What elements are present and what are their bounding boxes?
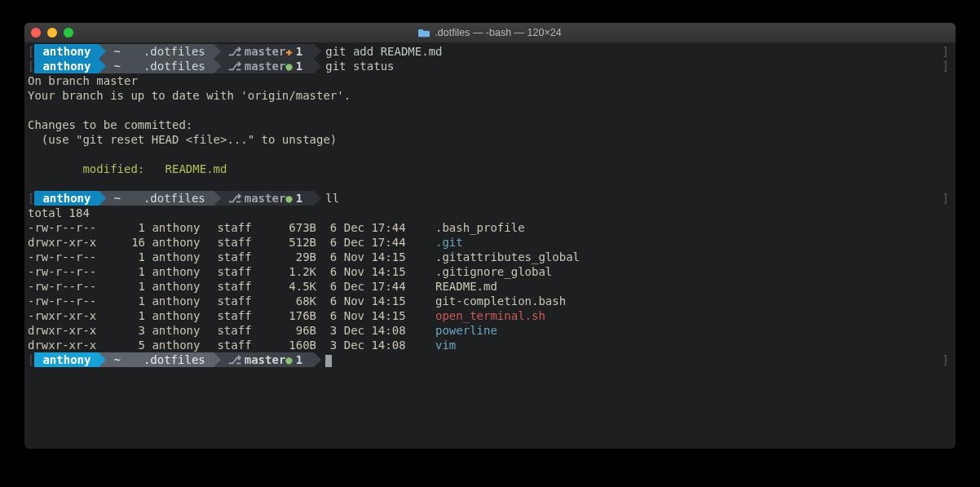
- list-item: -rwxr-xr-x 1 anthony staff 176B 6 Nov 14…: [24, 308, 956, 323]
- zoom-icon[interactable]: [64, 28, 73, 38]
- bracket-icon: ]: [942, 352, 956, 367]
- command-text: git status: [314, 59, 394, 73]
- output-line: On branch master: [24, 73, 956, 88]
- list-item: -rw-r--r-- 1 anthony staff 673B 6 Dec 17…: [24, 220, 956, 235]
- cursor-icon: [325, 355, 332, 367]
- prompt-user: anthony: [34, 59, 99, 73]
- bracket-icon: ]: [942, 191, 956, 206]
- output-line: (use "git reset HEAD <file>..." to unsta…: [24, 132, 956, 147]
- prompt-user: anthony: [34, 44, 99, 59]
- prompt-branch: ⎇master ●1: [214, 191, 314, 206]
- prompt-line: [ anthony ~ .dotfiles ⎇master ✚1 git add…: [24, 44, 956, 59]
- list-item: -rw-r--r-- 1 anthony staff 4.5K 6 Dec 17…: [24, 279, 956, 294]
- file-name: .git: [430, 235, 463, 250]
- prompt-user: anthony: [34, 352, 99, 367]
- file-name: .bash_profile: [430, 220, 525, 235]
- list-item: drwxr-xr-x 16 anthony staff 512B 6 Dec 1…: [24, 235, 956, 250]
- traffic-lights: [31, 28, 73, 38]
- terminal-window: .dotfiles — -bash — 120×24 [ anthony ~ .…: [24, 23, 956, 449]
- bracket-icon: ]: [942, 44, 956, 59]
- list-item: -rw-r--r-- 1 anthony staff 1.2K 6 Nov 14…: [24, 264, 956, 279]
- prompt-dir: .dotfiles: [129, 352, 214, 367]
- prompt-dir: .dotfiles: [129, 59, 214, 73]
- file-name: powerline: [430, 323, 497, 338]
- bracket-icon: [: [24, 59, 34, 73]
- prompt-line: [ anthony ~ .dotfiles ⎇master ●1 ll ]: [24, 191, 956, 206]
- output-line: Changes to be committed:: [24, 117, 956, 132]
- minimize-icon[interactable]: [47, 28, 57, 38]
- branch-icon: ⎇: [228, 59, 241, 73]
- prompt-dir: .dotfiles: [129, 44, 214, 59]
- command-text: git add README.md: [314, 44, 442, 59]
- list-item: -rw-r--r-- 1 anthony staff 29B 6 Nov 14:…: [24, 250, 956, 264]
- file-name: vim: [430, 338, 456, 352]
- prompt-dir: .dotfiles: [129, 191, 214, 206]
- bracket-icon: [: [24, 44, 34, 59]
- output-line: Your branch is up to date with 'origin/m…: [24, 88, 956, 103]
- titlebar[interactable]: .dotfiles — -bash — 120×24: [24, 23, 956, 42]
- output-line-modified: modified: README.md: [24, 162, 956, 176]
- folder-icon: [418, 28, 430, 38]
- branch-icon: ⎇: [228, 352, 241, 367]
- list-item: drwxr-xr-x 3 anthony staff 96B 3 Dec 14:…: [24, 323, 956, 338]
- terminal-body[interactable]: [ anthony ~ .dotfiles ⎇master ✚1 git add…: [24, 42, 956, 449]
- prompt-branch: ⎇master ●1: [214, 352, 314, 367]
- file-name: README.md: [430, 279, 497, 294]
- file-name: git-completion.bash: [430, 294, 566, 308]
- bracket-icon: [: [24, 352, 34, 367]
- branch-icon: ⎇: [228, 191, 241, 206]
- file-name: .gitignore_global: [430, 264, 552, 279]
- prompt-branch: ⎇master ✚1: [214, 44, 314, 59]
- file-name: open_terminal.sh: [430, 308, 545, 323]
- bracket-icon: [: [24, 191, 34, 206]
- prompt-user: anthony: [34, 191, 99, 206]
- bracket-icon: ]: [942, 59, 956, 73]
- file-name: .gitattributes_global: [430, 250, 580, 264]
- close-icon[interactable]: [31, 28, 41, 38]
- prompt-branch: ⎇master ●1: [214, 59, 314, 73]
- prompt-line: [ anthony ~ .dotfiles ⎇master ●1 ]: [24, 352, 956, 367]
- window-title: .dotfiles — -bash — 120×24: [435, 27, 561, 38]
- output-line: total 184: [24, 206, 956, 220]
- list-item: drwxr-xr-x 5 anthony staff 160B 3 Dec 14…: [24, 338, 956, 352]
- list-item: -rw-r--r-- 1 anthony staff 68K 6 Nov 14:…: [24, 294, 956, 308]
- branch-icon: ⎇: [228, 44, 241, 59]
- prompt-line: [ anthony ~ .dotfiles ⎇master ●1 git sta…: [24, 59, 956, 73]
